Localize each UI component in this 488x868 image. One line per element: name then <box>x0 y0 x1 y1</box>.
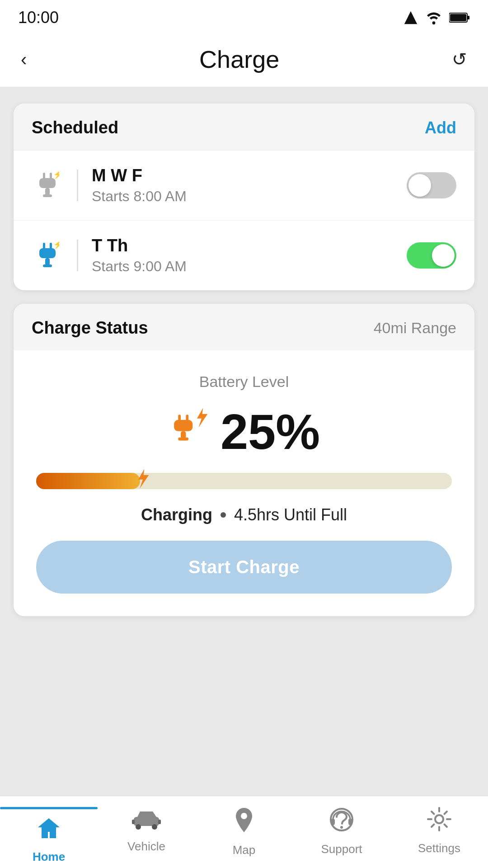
bottom-nav: Home Vehicle Map <box>0 796 488 868</box>
charging-status-text: Charging 4.5hrs Until Full <box>141 505 347 524</box>
map-icon <box>233 807 255 839</box>
toggle-mwf[interactable] <box>407 172 456 198</box>
header: ‹ Charge ↺ <box>0 32 488 87</box>
svg-marker-21 <box>197 408 207 427</box>
svg-rect-27 <box>158 820 161 824</box>
nav-vehicle[interactable]: Vehicle <box>98 807 195 854</box>
schedule-item-mwf: ⚡ M W F Starts 8:00 AM <box>14 150 474 220</box>
scheduled-title: Scheduled <box>32 118 118 137</box>
svg-rect-18 <box>174 420 192 431</box>
svg-point-30 <box>340 826 343 829</box>
svg-point-33 <box>435 815 443 823</box>
support-label: Support <box>321 842 362 856</box>
svg-rect-14 <box>43 264 52 267</box>
charging-label: Charging <box>141 505 212 524</box>
plug-icon-tth: ⚡ <box>32 242 63 269</box>
schedule-time-mwf: Starts 8:00 AM <box>92 188 393 205</box>
svg-rect-12 <box>39 248 56 258</box>
battery-icon <box>449 11 470 24</box>
settings-label: Settings <box>418 841 460 855</box>
status-dot <box>221 512 226 518</box>
svg-rect-20 <box>178 438 188 441</box>
svg-rect-4 <box>43 173 45 179</box>
nav-item-home[interactable]: Home <box>0 807 98 864</box>
schedule-info-tth: T Th Starts 9:00 AM <box>92 236 393 275</box>
charge-status-range: 40mi Range <box>374 319 456 337</box>
refresh-button[interactable]: ↺ <box>452 49 467 70</box>
svg-rect-8 <box>43 194 52 197</box>
start-charge-button[interactable]: Start Charge <box>36 541 452 594</box>
divider-tth <box>77 240 78 271</box>
scheduled-card: Scheduled Add ⚡ M W F Starts 8:00 AM <box>14 104 474 290</box>
svg-marker-22 <box>138 469 149 488</box>
svg-rect-19 <box>181 431 186 439</box>
battery-percent-row: 25% <box>168 407 320 457</box>
plug-charging-icon <box>168 414 201 450</box>
status-time: 10:00 <box>18 8 59 27</box>
svg-rect-5 <box>50 173 52 179</box>
status-bar: 10:00 <box>0 0 488 32</box>
charge-body: Battery Level 25% <box>14 350 474 616</box>
svg-text:⚡: ⚡ <box>53 242 59 250</box>
add-schedule-button[interactable]: Add <box>425 118 456 137</box>
divider-mwf <box>77 170 78 201</box>
toggle-knob-mwf <box>408 174 431 197</box>
time-until-full: 4.5hrs Until Full <box>234 505 347 524</box>
page-title: Charge <box>199 45 279 73</box>
wifi-icon <box>425 10 443 25</box>
svg-rect-11 <box>50 243 52 249</box>
svg-rect-10 <box>43 243 45 249</box>
battery-label: Battery Level <box>199 373 289 391</box>
progress-bar-fill <box>36 473 140 489</box>
progress-bolt-icon <box>133 467 153 495</box>
svg-rect-26 <box>132 820 135 824</box>
charge-status-header: Charge Status 40mi Range <box>14 304 474 350</box>
svg-rect-2 <box>467 16 469 19</box>
toggle-tth[interactable] <box>407 242 456 269</box>
svg-point-24 <box>136 824 141 830</box>
status-icons <box>403 10 470 25</box>
svg-rect-6 <box>39 178 56 188</box>
svg-rect-7 <box>45 188 50 195</box>
schedule-time-tth: Starts 9:00 AM <box>92 258 393 275</box>
main-content: Scheduled Add ⚡ M W F Starts 8:00 AM <box>0 87 488 796</box>
home-indicator <box>0 807 98 809</box>
svg-rect-32 <box>348 819 352 825</box>
svg-rect-31 <box>331 819 335 825</box>
svg-rect-3 <box>450 14 466 21</box>
nav-map[interactable]: Map <box>195 807 293 857</box>
progress-bar-container <box>36 473 452 489</box>
nav-support[interactable]: Support <box>293 807 390 856</box>
home-icon <box>36 816 61 845</box>
schedule-days-mwf: M W F <box>92 166 393 185</box>
schedule-info-mwf: M W F Starts 8:00 AM <box>92 166 393 205</box>
schedule-item-tth: ⚡ T Th Starts 9:00 AM <box>14 220 474 290</box>
support-icon <box>328 807 355 838</box>
nav-settings[interactable]: Settings <box>390 807 488 855</box>
svg-marker-0 <box>404 11 417 24</box>
plug-icon-mwf: ⚡ <box>32 172 63 199</box>
home-label: Home <box>33 850 65 864</box>
signal-icon <box>403 10 418 25</box>
svg-text:⚡: ⚡ <box>53 172 59 179</box>
map-label: Map <box>233 843 256 857</box>
toggle-knob-tth <box>432 244 455 267</box>
schedule-days-tth: T Th <box>92 236 393 255</box>
svg-point-25 <box>152 824 157 830</box>
back-button[interactable]: ‹ <box>21 50 27 68</box>
scheduled-header: Scheduled Add <box>14 104 474 150</box>
svg-rect-13 <box>45 258 50 265</box>
nav-home[interactable]: Home <box>33 816 65 864</box>
battery-percent-value: 25% <box>221 407 320 457</box>
vehicle-icon <box>130 807 163 835</box>
svg-point-28 <box>241 813 247 819</box>
charge-status-title: Charge Status <box>32 318 148 338</box>
vehicle-label: Vehicle <box>127 840 165 854</box>
settings-icon <box>427 807 451 837</box>
charge-status-card: Charge Status 40mi Range Battery Level <box>14 304 474 616</box>
